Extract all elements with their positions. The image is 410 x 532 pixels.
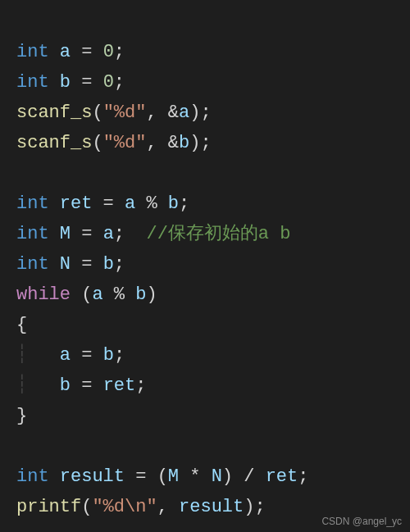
comment: //保存初始的a b (146, 224, 290, 244)
var-result: result (60, 466, 125, 487)
keyword-int: int (16, 224, 49, 244)
fn-scanf: scanf_s (16, 102, 92, 123)
code-line: int b = 0; (16, 72, 125, 93)
var-b: b (60, 72, 71, 93)
fn-printf: printf (16, 497, 81, 517)
var-a: a (60, 42, 71, 62)
keyword-int: int (16, 193, 49, 214)
keyword-int: int (16, 42, 49, 62)
keyword-int: int (16, 254, 49, 275)
brace-close: } (16, 406, 27, 426)
number-literal: 0 (103, 42, 114, 62)
string-literal: "%d" (103, 133, 147, 153)
number-literal: 0 (103, 72, 114, 93)
watermark: CSDN @angel_yc (321, 516, 402, 527)
keyword-int: int (16, 72, 49, 93)
code-line: printf("%d\n", result); (16, 497, 266, 517)
var-N: N (60, 254, 71, 275)
code-line: int ret = a % b; (16, 193, 189, 214)
indent-guide: ┆ (16, 345, 60, 366)
code-line: int N = b; (16, 254, 125, 275)
code-line: ┆ a = b; (16, 345, 125, 366)
indent-guide: ┆ (16, 375, 60, 396)
string-literal: "%d\n" (92, 497, 157, 517)
code-line: scanf_s("%d", &b); (16, 133, 212, 153)
code-line: while (a % b) (16, 284, 157, 305)
var-M: M (60, 224, 71, 244)
brace-open: { (16, 315, 27, 335)
keyword-int: int (16, 466, 49, 487)
code-line: int result = (M * N) / ret; (16, 466, 308, 487)
var-ret: ret (60, 193, 93, 214)
code-line: scanf_s("%d", &a); (16, 102, 212, 123)
keyword-while: while (16, 284, 71, 305)
fn-scanf: scanf_s (16, 133, 92, 153)
code-line: ┆ b = ret; (16, 375, 146, 396)
code-line: int M = a; //保存初始的a b (16, 224, 290, 244)
string-literal: "%d" (103, 102, 147, 123)
code-line: int a = 0; (16, 42, 125, 62)
code-block: int a = 0; int b = 0; scanf_s("%d", &a);… (0, 0, 410, 522)
